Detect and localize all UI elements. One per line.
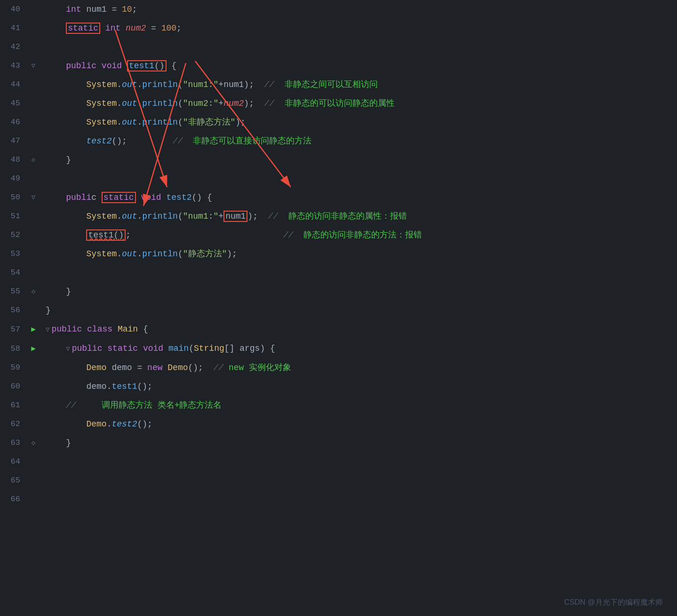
gutter-63: ◇ — [26, 434, 41, 452]
line-num-56: 56 — [0, 301, 26, 320]
code-content-53: System.out.println("静态方法"); — [41, 245, 677, 263]
code-line-53: 53 System.out.println("静态方法"); — [0, 245, 677, 263]
code-line-44: 44 System.out.println("num1:"+num1); // … — [0, 75, 677, 94]
code-content-47: test2(); // 非静态可以直接访问静态的方法 — [41, 132, 677, 150]
code-content-58: ▽public static void main(String[] args) … — [41, 339, 677, 358]
code-line-45: 45 System.out.println("num2:"+num2); // … — [0, 94, 677, 113]
code-line-41: 41 static int num2 = 100; — [0, 19, 677, 38]
code-line-49: 49 — [0, 169, 677, 188]
line-num-62: 62 — [0, 415, 26, 434]
code-line-66: 66 — [0, 490, 677, 509]
line-num-52: 52 — [0, 226, 26, 245]
code-content-43: public void test1() { — [41, 56, 677, 75]
code-line-50: 50 ▽ public static void test2() { — [0, 188, 677, 207]
code-line-48: 48 ◇ } — [0, 150, 677, 169]
line-num-51: 51 — [0, 207, 26, 226]
gutter-48: ◇ — [26, 150, 41, 169]
line-num-44: 44 — [0, 75, 26, 94]
line-num-48: 48 — [0, 150, 26, 169]
code-line-47: 47 test2(); // 非静态可以直接访问静态的方法 — [0, 132, 677, 150]
code-line-60: 60 demo.test1(); — [0, 377, 677, 396]
code-line-57: 57 ▶ ▽public class Main { — [0, 320, 677, 339]
line-num-46: 46 — [0, 113, 26, 132]
code-content-63: } — [41, 434, 677, 452]
code-line-54: 54 — [0, 263, 677, 282]
code-line-56: 56 } — [0, 301, 677, 320]
line-num-61: 61 — [0, 396, 26, 415]
line-num-42: 42 — [0, 38, 26, 56]
code-line-59: 59 Demo demo = new Demo(); // new 实例化对象 — [0, 358, 677, 377]
code-line-62: 62 Demo.test2(); — [0, 415, 677, 434]
code-content-60: demo.test1(); — [41, 377, 677, 396]
line-num-55: 55 — [0, 282, 26, 301]
line-num-53: 53 — [0, 245, 26, 263]
gutter-57: ▶ — [26, 320, 41, 339]
code-content-44: System.out.println("num1:"+num1); // 非静态… — [41, 75, 677, 94]
line-num-41: 41 — [0, 19, 26, 38]
code-content-62: Demo.test2(); — [41, 415, 677, 434]
line-num-49: 49 — [0, 169, 26, 188]
code-line-63: 63 ◇ } — [0, 434, 677, 452]
gutter-43: ▽ — [26, 56, 41, 75]
gutter-55: ◇ — [26, 282, 41, 301]
code-content-56: } — [41, 301, 677, 320]
line-num-60: 60 — [0, 377, 26, 396]
code-line-55: 55 ◇ } — [0, 282, 677, 301]
gutter-50: ▽ — [26, 188, 41, 207]
line-num-66: 66 — [0, 490, 26, 509]
watermark: CSDN @月光下的编程魔术师 — [564, 598, 663, 608]
code-content-46: System.out.println("非静态方法"); — [41, 113, 677, 132]
code-line-65: 65 — [0, 471, 677, 490]
line-num-47: 47 — [0, 132, 26, 150]
line-num-54: 54 — [0, 263, 26, 282]
line-num-43: 43 — [0, 56, 26, 75]
line-num-65: 65 — [0, 471, 26, 490]
code-content-51: System.out.println("num1:"+num1); // 静态的… — [41, 207, 677, 226]
code-line-42: 42 — [0, 38, 677, 56]
code-line-43: 43 ▽ public void test1() { — [0, 56, 677, 75]
line-num-59: 59 — [0, 358, 26, 377]
code-line-61: 61 // 调用静态方法 类名+静态方法名 — [0, 396, 677, 415]
code-content-41: static int num2 = 100; — [41, 19, 677, 38]
code-line-51: 51 System.out.println("num1:"+num1); // … — [0, 207, 677, 226]
code-content-48: } — [41, 150, 677, 169]
line-num-45: 45 — [0, 94, 26, 113]
code-line-46: 46 System.out.println("非静态方法"); — [0, 113, 677, 132]
code-content-52: test1(); // 静态的访问非静态的方法：报错 — [41, 226, 677, 245]
line-num-40: 40 — [0, 0, 26, 19]
code-content-61: // 调用静态方法 类名+静态方法名 — [41, 396, 677, 415]
code-content-40: int num1 = 10; — [41, 0, 677, 19]
code-content-45: System.out.println("num2:"+num2); // 非静态… — [41, 94, 677, 113]
code-content-50: public static void test2() { — [41, 188, 677, 207]
code-line-64: 64 — [0, 452, 677, 471]
code-content-59: Demo demo = new Demo(); // new 实例化对象 — [41, 358, 677, 377]
gutter-58: ▶ — [26, 340, 41, 358]
code-content-57: ▽public class Main { — [41, 320, 677, 339]
line-num-63: 63 — [0, 434, 26, 452]
line-num-64: 64 — [0, 452, 26, 471]
line-num-58: 58 — [0, 340, 26, 358]
line-num-50: 50 — [0, 188, 26, 207]
code-content-55: } — [41, 282, 677, 301]
code-line-58: 58 ▶ ▽public static void main(String[] a… — [0, 339, 677, 358]
code-line-40: 40 int num1 = 10; — [0, 0, 677, 19]
line-num-57: 57 — [0, 320, 26, 339]
code-line-52: 52 test1(); // 静态的访问非静态的方法：报错 — [0, 226, 677, 245]
